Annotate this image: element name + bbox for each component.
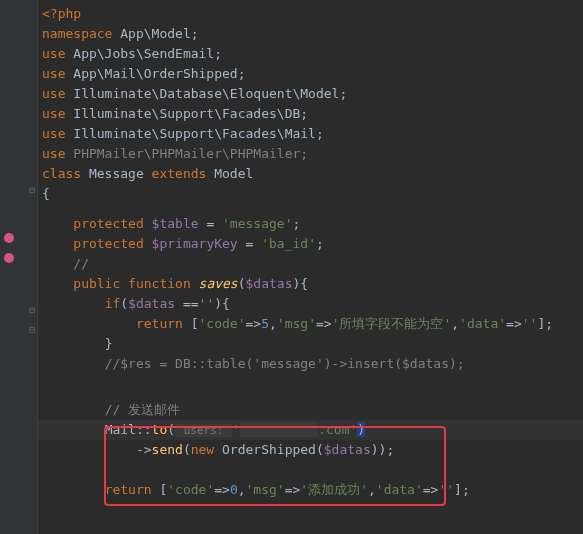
- code-line: //: [38, 254, 583, 274]
- editor-gutter: ⊟ ⊟ ⊟: [0, 0, 38, 534]
- code-line: class Message extends Model: [38, 164, 583, 184]
- code-line: ->send(new OrderShipped($datas));: [38, 440, 583, 460]
- fold-icon[interactable]: ⊟: [29, 304, 35, 315]
- code-line: use Illuminate\Support\Facades\DB;: [38, 104, 583, 124]
- code-line: namespace App\Model;: [38, 24, 583, 44]
- code-line: if($datas ==''){: [38, 294, 583, 314]
- code-line: // 发送邮件: [38, 400, 583, 420]
- breakpoint-icon[interactable]: [4, 233, 14, 243]
- code-editor[interactable]: <?php namespace App\Model; use App\Jobs\…: [38, 0, 583, 534]
- code-line: use App\Mail\OrderShipped;: [38, 64, 583, 84]
- code-line: [38, 204, 583, 214]
- code-line-current: Mail::to( users: ' .com'): [38, 420, 583, 440]
- fold-icon[interactable]: ⊟: [29, 324, 35, 335]
- parameter-hint: users:: [175, 424, 232, 437]
- code-line: protected $table = 'message';: [38, 214, 583, 234]
- code-line: <?php: [38, 4, 583, 24]
- code-line: {: [38, 184, 583, 204]
- code-line: [38, 460, 583, 480]
- breakpoint-icon[interactable]: [4, 253, 14, 263]
- code-line: use Illuminate\Support\Facades\Mail;: [38, 124, 583, 144]
- code-line: public function saves($datas){: [38, 274, 583, 294]
- code-line: use Illuminate\Database\Eloquent\Model;: [38, 84, 583, 104]
- code-line: return ['code'=>5,'msg'=>'所填字段不能为空','dat…: [38, 314, 583, 334]
- code-line: [38, 374, 583, 400]
- code-line: //$res = DB::table('message')->insert($d…: [38, 354, 583, 374]
- code-line: return ['code'=>0,'msg'=>'添加成功','data'=>…: [38, 480, 583, 500]
- fold-icon[interactable]: ⊟: [29, 184, 35, 195]
- code-line: use App\Jobs\SendEmail;: [38, 44, 583, 64]
- code-line: use PHPMailer\PHPMailer\PHPMailer;: [38, 144, 583, 164]
- code-line: protected $primaryKey = 'ba_id';: [38, 234, 583, 254]
- code-line: }: [38, 334, 583, 354]
